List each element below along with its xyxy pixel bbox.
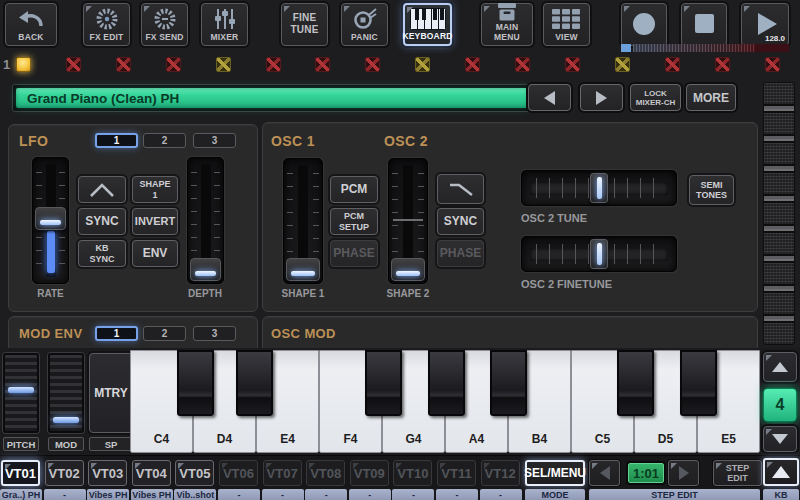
osc2-shape-slider[interactable] [388, 158, 428, 284]
semitones-button[interactable]: SEMI TONES [689, 175, 734, 205]
osc1-shape-handle[interactable] [286, 258, 320, 281]
pad-indicator[interactable] [315, 57, 330, 72]
track-tab-VT10[interactable]: VT10 [393, 460, 432, 486]
osc2-shape-handle[interactable] [391, 258, 425, 281]
back-button[interactable]: BACK [5, 3, 57, 46]
mod-env-tab-1[interactable]: 1 [95, 326, 138, 341]
pad-indicator[interactable] [16, 57, 31, 72]
more-button[interactable]: MORE [686, 84, 736, 111]
prev-sound-button[interactable] [528, 84, 571, 111]
octave-down-button[interactable] [763, 426, 797, 452]
fx-edit-button[interactable]: FX EDIT [83, 3, 130, 46]
piano-black-key[interactable] [428, 350, 465, 416]
lfo-env-button[interactable]: ENV [132, 240, 178, 267]
right-arrow-icon [679, 466, 689, 480]
pad-indicator[interactable] [665, 57, 680, 72]
pad-indicator[interactable] [116, 57, 131, 72]
lfo-sync-button[interactable]: SYNC [78, 208, 126, 235]
track-tab-VT08[interactable]: VT08 [306, 460, 345, 486]
keyboard-view-button[interactable]: KEYBOARD [403, 3, 452, 46]
lfo-tab-3[interactable]: 3 [193, 133, 236, 148]
track-tab-VT07[interactable]: VT07 [263, 460, 302, 486]
pattern-prev-button[interactable] [589, 460, 620, 486]
lfo-wave-shape-button[interactable] [78, 176, 126, 203]
pitch-wheel[interactable] [3, 353, 39, 433]
lfo-kb-sync-button[interactable]: KB SYNC [78, 240, 126, 267]
record-button[interactable] [621, 3, 667, 46]
main-menu-button[interactable]: MAIN MENU [481, 3, 533, 46]
pad-indicator[interactable] [266, 57, 281, 72]
track-tab-VT09[interactable]: VT09 [350, 460, 389, 486]
osc2-wave-shape-button[interactable] [437, 174, 484, 204]
lfo-invert-button[interactable]: INVERT [132, 208, 178, 235]
osc1-shape-slider[interactable] [283, 158, 323, 284]
step-edit-button[interactable]: STEP EDIT [713, 460, 762, 486]
lfo-depth-handle[interactable] [190, 258, 221, 281]
piano-keyboard[interactable]: C4D4E4F4G4A4B4C5D5E5 [130, 350, 760, 453]
pad-indicator[interactable] [765, 57, 780, 72]
lfo-depth-slider[interactable] [187, 157, 224, 284]
kb-up-button[interactable] [763, 458, 799, 486]
pad-indicator[interactable] [715, 57, 730, 72]
piano-black-key[interactable] [617, 350, 654, 416]
osc1-pcm-setup-button[interactable]: PCM SETUP [330, 208, 378, 235]
piano-black-key[interactable] [490, 350, 527, 416]
pad-indicator[interactable] [415, 57, 430, 72]
piano-black-key[interactable] [236, 350, 273, 416]
track-tab-VT04[interactable]: VT04 [132, 460, 171, 486]
track-tab-VT02[interactable]: VT02 [45, 460, 84, 486]
osc1-pcm-button[interactable]: PCM [330, 176, 378, 203]
stop-button[interactable] [681, 3, 727, 46]
osc2-finetune-handle[interactable] [590, 239, 608, 269]
lfo-shape1-button[interactable]: SHAPE 1 [132, 176, 178, 203]
fx-send-button[interactable]: FX SEND [141, 3, 188, 46]
panic-button[interactable]: PANIC [341, 3, 388, 46]
pad-indicator[interactable] [365, 57, 380, 72]
panel-scrollbar[interactable] [763, 82, 795, 345]
lfo-rate-slider[interactable] [32, 157, 69, 284]
sel-menu-button[interactable]: SEL/MENU [525, 460, 585, 486]
mod-wheel[interactable] [48, 353, 84, 433]
view-button[interactable]: VIEW [543, 3, 590, 46]
track-tab-VT05[interactable]: VT05 [175, 460, 214, 486]
fine-tune-button[interactable]: FINE TUNE [281, 3, 328, 46]
lfo-tab-2[interactable]: 2 [143, 133, 186, 148]
piano-black-key[interactable] [177, 350, 214, 416]
momentary-button[interactable]: MTRY [89, 353, 133, 433]
key-note-label: E5 [698, 432, 759, 446]
mixer-button[interactable]: MIXER [201, 3, 248, 46]
pitch-wheel-position [8, 387, 34, 393]
piano-black-key[interactable] [680, 350, 717, 416]
pad-indicator[interactable] [66, 57, 81, 72]
song-progress-bar[interactable] [621, 44, 789, 52]
mod-env-tab-2[interactable]: 2 [143, 326, 186, 341]
next-sound-button[interactable] [580, 84, 623, 111]
pattern-next-button[interactable] [668, 460, 699, 486]
track-tab-VT12[interactable]: VT12 [481, 460, 520, 486]
track-tab-VT06[interactable]: VT06 [219, 460, 258, 486]
pad-indicator[interactable] [166, 57, 181, 72]
mod-env-tab-3[interactable]: 3 [193, 326, 236, 341]
osc2-finetune-slider[interactable] [521, 236, 677, 272]
octave-up-button[interactable] [763, 352, 797, 382]
pad-indicator[interactable] [515, 57, 530, 72]
octave-indicator[interactable]: 4 [763, 388, 797, 422]
osc1-phase-button[interactable]: PHASE [330, 240, 378, 267]
osc2-sync-button[interactable]: SYNC [437, 208, 484, 235]
track-tab-VT11[interactable]: VT11 [437, 460, 476, 486]
pad-indicator[interactable] [465, 57, 480, 72]
lock-mixer-ch-button[interactable]: LOCK MIXER-CH [630, 84, 681, 111]
track-tab-VT03[interactable]: VT03 [88, 460, 127, 486]
pad-indicator[interactable] [565, 57, 580, 72]
piano-black-key[interactable] [365, 350, 402, 416]
lfo-rate-handle[interactable] [35, 207, 66, 230]
sound-display[interactable]: Grand Piano (Clean) PH [16, 88, 528, 108]
osc2-tune-slider[interactable] [521, 170, 677, 206]
lfo-tab-1[interactable]: 1 [95, 133, 138, 148]
osc2-phase-button[interactable]: PHASE [437, 240, 484, 267]
pad-indicator[interactable] [615, 57, 630, 72]
pad-indicator[interactable] [216, 57, 231, 72]
play-button[interactable]: 128.0 [741, 3, 789, 46]
track-tab-VT01[interactable]: VT01 [1, 460, 40, 486]
osc2-tune-handle[interactable] [590, 173, 608, 203]
